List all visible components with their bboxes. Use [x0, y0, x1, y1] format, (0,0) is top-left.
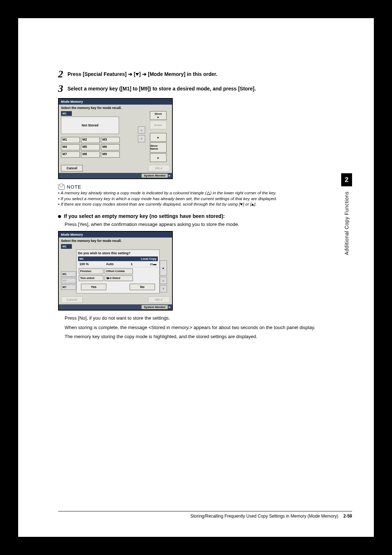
paper-icon: ▭▬: [150, 262, 156, 266]
footer-text: Storing/Recalling Frequently Used Copy S…: [190, 514, 338, 519]
arrow-icon: ➔: [142, 71, 147, 77]
note-item: A memory key already storing a copy mode…: [58, 190, 319, 196]
step-number: 3: [58, 84, 63, 94]
two-sided-option[interactable]: Two-sided: [79, 275, 103, 281]
step-text: Press [Special Features] ➔ [] ➔ [Mode Me…: [68, 69, 217, 77]
bullet-icon: [58, 215, 61, 218]
memory-key-m5[interactable]: M5: [81, 144, 100, 150]
panel-subtitle: Select the memory key for mode recall.: [61, 239, 170, 243]
scroll-up-button[interactable]: ▲: [160, 277, 167, 284]
panel-title: Mode Memory: [59, 232, 172, 238]
preview-status: Not Stored: [61, 117, 119, 134]
ok-button[interactable]: OK ↲: [148, 296, 170, 303]
memory-key-m4[interactable]: M4: [61, 278, 76, 283]
note-label: NOTE: [67, 184, 81, 190]
scroll-down-button[interactable]: ▼: [160, 285, 167, 292]
store-button[interactable]: Store▸: [150, 111, 167, 120]
scroll-down-button[interactable]: ▼: [138, 135, 145, 142]
body-text: When storing is complete, the message <S…: [65, 324, 319, 331]
memory-key-m4[interactable]: M4: [61, 144, 80, 150]
submenu-button[interactable]: ▸: [150, 153, 167, 162]
memory-key-m6[interactable]: M6: [101, 144, 120, 150]
down-arrow-icon: [135, 73, 139, 76]
panel-subtitle: Select the memory key for mode recall.: [61, 106, 170, 110]
one-two-sided-option[interactable]: 1▶2-Sided: [105, 275, 133, 281]
cancel-button[interactable]: Cancel: [61, 165, 83, 171]
subsection-heading: If you select an empty memory key (no se…: [58, 213, 319, 219]
dialog-key-label: M1: [79, 257, 83, 260]
step-3: 3 Select a memory key ([M1] to [M9]) to …: [58, 84, 319, 94]
chapter-tab: 2 Additional Copy Functions: [341, 173, 352, 255]
memory-key-m8[interactable]: M8: [81, 151, 100, 158]
memory-key-m1[interactable]: M1: [61, 137, 80, 143]
local-copy-label: Local Copy: [141, 257, 156, 260]
mode-memory-confirm-panel: Mode Memory Select the memory key for mo…: [58, 231, 173, 311]
offset-collate-option[interactable]: Offset Collate: [105, 268, 133, 274]
store-name-button[interactable]: Store Name: [150, 142, 167, 153]
selected-key-label: M1: [61, 111, 72, 116]
memory-key-m1[interactable]: M1: [61, 271, 76, 277]
ok-button[interactable]: OK ↲: [148, 165, 170, 171]
body-text: Press [No], if you do not want to store …: [65, 315, 319, 321]
system-monitor-button[interactable]: System Monitor: [142, 305, 168, 309]
chapter-label: Additional Copy Functions: [344, 191, 350, 255]
note-heading: NOTE: [58, 184, 319, 190]
arrow-icon: ➔: [128, 71, 132, 77]
side-indicator: ▸: [160, 260, 167, 276]
memory-key-m7[interactable]: M7: [61, 151, 80, 158]
auto-label: Auto: [106, 262, 114, 266]
ratio-value: 100 %: [79, 262, 89, 266]
memory-key-m2[interactable]: M2: [81, 137, 100, 143]
step-text: Select a memory key ([M1] to [M9]) to st…: [68, 84, 256, 92]
note-item: If you select a memory key in which a co…: [58, 196, 319, 202]
note-icon: [58, 185, 65, 190]
cancel-button[interactable]: Cancel: [61, 296, 83, 303]
memory-key-m7[interactable]: M7: [61, 284, 76, 290]
memory-key-m3[interactable]: M3: [101, 137, 120, 143]
page-footer: Storing/Recalling Frequently Used Copy S…: [58, 511, 352, 519]
submenu-button[interactable]: ▸: [150, 133, 167, 142]
panel-title: Mode Memory: [59, 99, 172, 105]
selected-key-label: M1: [61, 244, 72, 249]
no-button[interactable]: No: [130, 284, 155, 290]
yes-button[interactable]: Yes: [81, 284, 106, 290]
step-2: 2 Press [Special Features] ➔ [] ➔ [Mode …: [58, 69, 319, 79]
memory-key-m9[interactable]: M9: [101, 151, 120, 158]
scroll-up-button[interactable]: ▲: [138, 126, 145, 134]
body-text: The memory key storing the copy mode is …: [65, 333, 319, 340]
mode-memory-panel: Mode Memory Select the memory key for mo…: [58, 98, 173, 179]
step-number: 2: [58, 69, 63, 79]
count-value: 1: [131, 262, 132, 266]
note-item: If there are more copy modes stored than…: [58, 202, 319, 207]
body-text: Press [Yes], when the confirmation messa…: [65, 221, 319, 228]
erase-button[interactable]: Erase: [150, 121, 167, 129]
system-monitor-button[interactable]: System Monitor: [142, 174, 168, 178]
svg-marker-0: [207, 192, 210, 195]
confirm-dialog: Do you wish to store this setting? M1 Lo…: [76, 250, 160, 293]
chapter-number: 2: [341, 173, 352, 186]
page-number: 2-59: [343, 514, 352, 519]
note-list: A memory key already storing a copy mode…: [58, 190, 319, 207]
dialog-title: Do you wish to store this setting?: [78, 251, 158, 255]
finisher-option[interactable]: Finisher: [79, 268, 103, 274]
subsection-title: If you select an empty memory key (no se…: [64, 213, 225, 219]
